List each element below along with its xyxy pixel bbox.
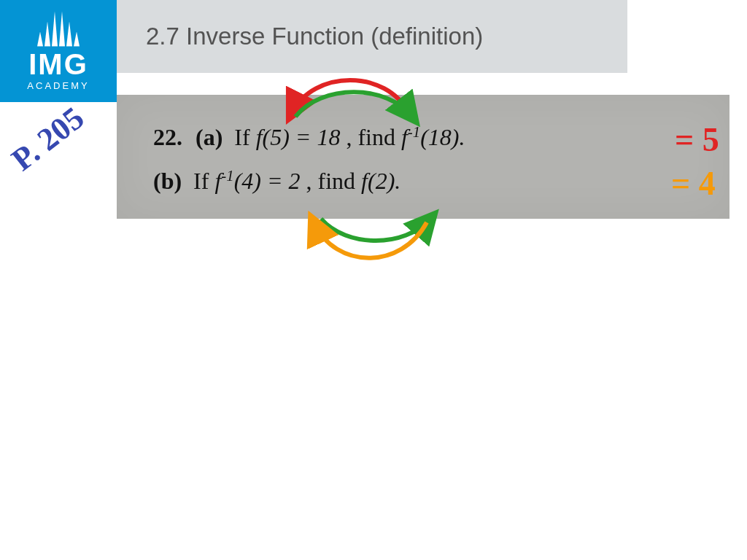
math-b-2: f(2).: [361, 168, 400, 194]
question-part-a: 22. (a) If f(5) = 18 , find f-1(18).: [153, 124, 465, 151]
part-label-b: (b): [153, 168, 182, 194]
logo-text-sub: ACADEMY: [27, 80, 89, 91]
page-title-bar: 2.7 Inverse Function (definition): [117, 0, 627, 73]
logo-text-main: IMG: [28, 50, 88, 79]
math-a-1: f(5) = 18: [256, 124, 341, 150]
handwriting-answer-a: = 5: [675, 120, 719, 159]
part-label-a: (a): [196, 124, 222, 150]
text-find-b: , find: [306, 168, 362, 194]
question-part-b: (b) If f-1(4) = 2 , find f(2).: [153, 168, 400, 195]
text-find-a: , find: [346, 124, 401, 150]
handwriting-answer-b: = 4: [671, 164, 716, 203]
page-title: 2.7 Inverse Function (definition): [146, 23, 483, 50]
brand-logo: IMG ACADEMY: [0, 0, 117, 102]
logo-crest-icon: [37, 12, 80, 47]
textbook-excerpt: 22. (a) If f(5) = 18 , find f-1(18). (b)…: [117, 95, 729, 219]
math-a-2: f-1(18).: [401, 124, 465, 150]
text-if-a: If: [234, 124, 255, 150]
arrow-orange-bottom-icon: [314, 222, 427, 258]
handwriting-page-ref: P. 205: [4, 99, 91, 178]
arrow-green-bottom-icon: [321, 219, 430, 241]
math-b-1: f-1(4) = 2: [214, 168, 300, 194]
question-number: 22.: [153, 124, 182, 150]
text-if-b: If: [193, 168, 214, 194]
